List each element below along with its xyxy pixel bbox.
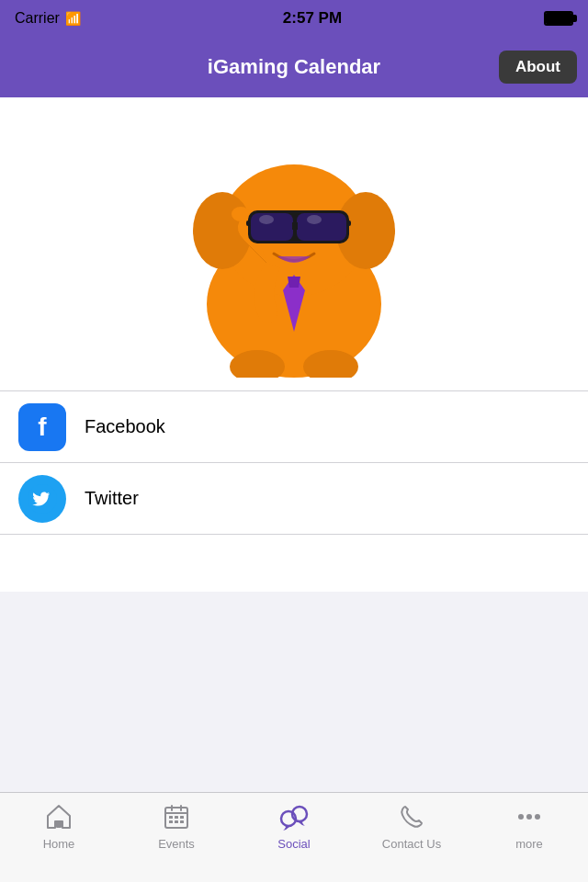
svg-marker-12 <box>288 277 300 288</box>
svg-point-33 <box>535 814 540 820</box>
svg-rect-8 <box>292 222 298 230</box>
tab-contact-us[interactable]: Contact Us <box>353 800 470 851</box>
carrier-info: Carrier 📶 <box>15 10 81 27</box>
tab-contact-us-label: Contact Us <box>382 837 441 851</box>
elephant-mascot <box>165 111 423 378</box>
wifi-icon: 📶 <box>65 11 81 26</box>
navigation-bar: iGaming Calendar About <box>0 37 588 97</box>
tab-social-label: Social <box>277 837 310 851</box>
battery-icon <box>544 11 573 26</box>
svg-rect-18 <box>56 821 62 828</box>
home-icon <box>42 800 75 833</box>
twitter-icon <box>18 475 66 523</box>
facebook-label: Facebook <box>85 416 165 437</box>
twitter-bird-svg <box>28 484 57 514</box>
more-icon <box>513 800 546 833</box>
tab-social[interactable]: Social <box>235 800 353 851</box>
svg-rect-27 <box>175 820 178 823</box>
status-time: 2:57 PM <box>283 9 342 28</box>
svg-rect-10 <box>346 220 351 226</box>
tab-bar: Home Events <box>0 792 588 882</box>
svg-rect-26 <box>169 820 173 823</box>
svg-rect-24 <box>175 816 178 819</box>
tab-more-label: more <box>515 837 543 851</box>
about-button[interactable]: About <box>499 51 577 84</box>
facebook-icon: f <box>18 403 66 451</box>
svg-rect-7 <box>297 213 346 241</box>
facebook-item[interactable]: f Facebook <box>0 391 588 463</box>
svg-point-16 <box>307 215 322 224</box>
social-list: f Facebook Twitter <box>0 391 588 592</box>
main-content: f Facebook Twitter <box>0 97 588 792</box>
contact-us-icon <box>395 800 428 833</box>
svg-point-31 <box>518 814 524 820</box>
tab-home-label: Home <box>43 837 75 851</box>
social-icon <box>277 800 311 833</box>
svg-rect-28 <box>180 820 184 823</box>
tab-more[interactable]: more <box>470 800 588 851</box>
svg-point-4 <box>232 207 250 221</box>
battery-fill <box>546 13 571 24</box>
svg-point-15 <box>259 215 274 224</box>
svg-rect-23 <box>169 816 173 819</box>
page-title: iGaming Calendar <box>208 55 380 79</box>
twitter-label: Twitter <box>85 488 139 509</box>
svg-rect-9 <box>246 220 251 226</box>
svg-rect-25 <box>180 816 184 819</box>
status-bar: Carrier 📶 2:57 PM <box>0 0 588 37</box>
tab-home[interactable]: Home <box>0 800 118 851</box>
events-icon <box>160 800 193 833</box>
svg-point-32 <box>526 814 532 820</box>
tab-events[interactable]: Events <box>118 800 235 851</box>
mascot-area <box>0 97 588 391</box>
tab-events-label: Events <box>158 837 195 851</box>
carrier-label: Carrier <box>15 10 60 27</box>
empty-area <box>0 592 588 792</box>
twitter-item[interactable]: Twitter <box>0 463 588 535</box>
